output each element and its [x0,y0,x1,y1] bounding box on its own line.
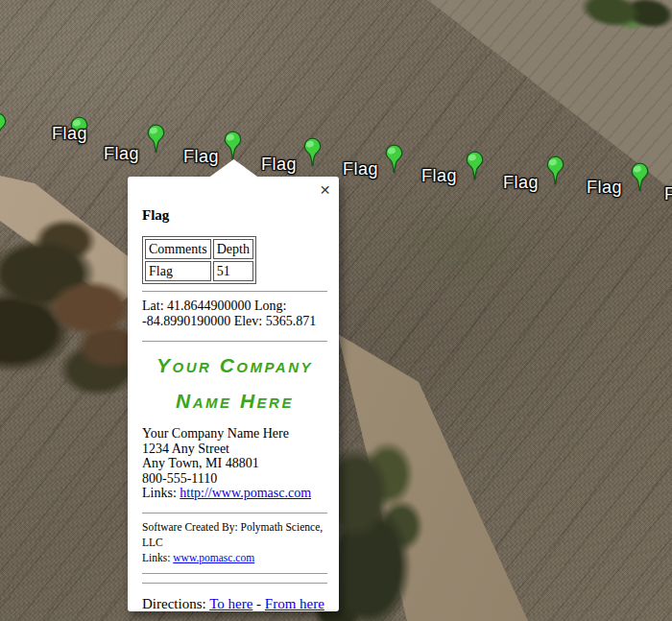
flag-marker-label[interactable]: Flag [421,166,457,185]
close-icon[interactable]: ✕ [318,182,332,197]
flag-marker[interactable] [631,162,649,193]
directions-to-here-link[interactable]: To here [209,596,252,611]
cell-comments-value: Flag [145,261,211,281]
table-header-row: Comments Depth [145,239,253,259]
company-banner-line1: Your Company [142,347,327,383]
software-links-line: Links: www.pomasc.com [142,550,327,565]
links-line: Links: http://www.pomasc.com [142,486,327,501]
coordinates-text: Lat: 41.8644900000 Long: -84.8990190000 … [142,299,327,329]
satellite-map[interactable]: FlagFlagFlagFlagFlagFlagFlagFlagFlag ✕ F… [0,0,672,621]
divider [142,573,327,574]
flag-marker-label[interactable]: Flag [503,173,539,192]
vegetation-patch [398,203,533,285]
directions-line: Directions: To here - From here [142,596,327,612]
divider [142,341,327,342]
company-banner: Your Company Name Here [142,347,327,418]
green-pushpin-icon [385,144,403,175]
directions-label: Directions: [142,596,209,611]
green-pushpin-icon [546,155,564,186]
flag-marker[interactable] [303,137,322,168]
flag-marker-label[interactable]: Flag [52,124,87,143]
green-pushpin-icon [631,162,649,193]
header-cell-comments: Comments [145,239,211,259]
flag-marker[interactable] [224,131,242,161]
address-line: 1234 Any Street [142,442,327,457]
table-row: Flag 51 [145,261,253,281]
software-credit-text: Software Created By: Polymath Science, L… [142,519,327,550]
software-website-link[interactable]: www.pomasc.com [173,552,254,563]
flag-marker[interactable] [546,155,564,186]
flag-marker[interactable] [466,151,484,181]
company-banner-line2: Name Here [142,383,327,418]
address-line: Any Town, MI 48801 [142,456,327,471]
header-cell-depth: Depth [213,239,253,259]
directions-separator: - [252,596,265,611]
links-label: Links: [142,486,180,500]
flag-marker-label[interactable]: Flag [104,144,139,163]
divider [142,513,327,514]
cell-depth-value: 51 [213,261,253,281]
address-line: Your Company Name Here [142,426,327,442]
company-address-block: Your Company Name Here 1234 Any Street A… [142,426,327,501]
flag-marker[interactable] [147,124,165,155]
balloon-content: Flag Comments Depth Flag 51 Lat: 41.8644… [128,177,339,612]
company-website-link[interactable]: http://www.pomasc.com [180,486,311,500]
divider [142,583,327,584]
flag-marker-label[interactable]: Flag [261,155,297,174]
divider [142,291,327,292]
placemark-title: Flag [142,177,327,224]
flag-marker-label[interactable]: Flag [343,159,378,179]
info-balloon: ✕ Flag Comments Depth Flag 51 Lat: 41.86… [128,177,339,611]
placemark-data-table: Comments Depth Flag 51 [142,236,256,284]
address-line: 800-555-1110 [142,471,327,487]
green-pushpin-icon [466,151,484,181]
green-pushpin-icon [303,137,322,168]
flag-marker-label[interactable]: Flag [183,147,219,166]
green-pushpin-icon [0,112,7,143]
green-pushpin-icon [224,131,242,161]
flag-marker[interactable] [385,144,403,175]
flag-marker[interactable] [0,112,7,143]
flag-marker-label[interactable]: Flag [587,178,622,197]
green-pushpin-icon [147,124,165,155]
software-credit-block: Software Created By: Polymath Science, L… [142,519,327,565]
software-links-label: Links: [142,552,173,563]
tree-cluster-top-right [570,0,672,46]
flag-marker-label[interactable]: Flag [664,184,672,203]
directions-from-here-link[interactable]: From here [265,596,324,611]
